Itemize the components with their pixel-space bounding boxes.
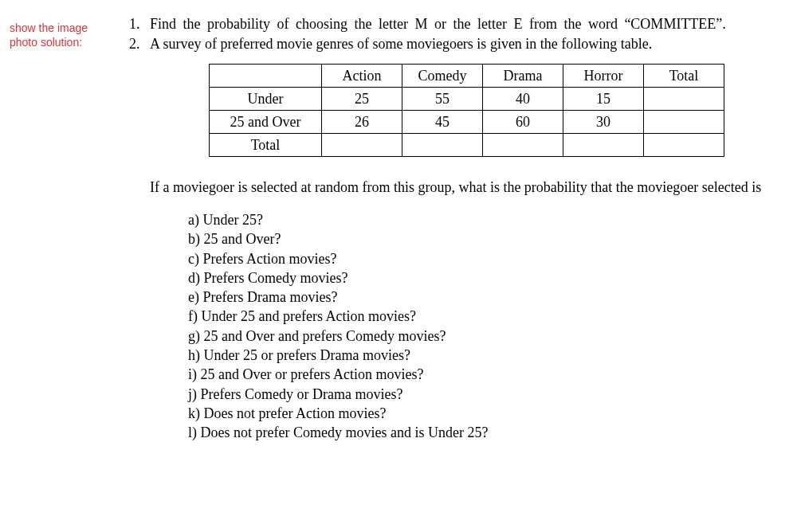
problem-2: A survey of preferred movie genres of so… (143, 36, 783, 443)
survey-table: Action Comedy Drama Horror Total Under 2… (209, 64, 724, 157)
option-i: i) 25 and Over or prefers Action movies? (188, 365, 783, 384)
row-label-25over: 25 and Over (210, 111, 322, 134)
table-row: 25 and Over 26 45 60 30 (210, 111, 724, 134)
option-c: c) Prefers Action movies? (188, 249, 783, 268)
cell (322, 134, 402, 157)
table-header-comedy: Comedy (402, 65, 483, 88)
cell: 60 (483, 111, 563, 134)
table-header-drama: Drama (483, 65, 563, 88)
cell (402, 134, 483, 157)
table-header-horror: Horror (563, 65, 644, 88)
option-l: l) Does not prefer Comedy movies and is … (188, 423, 783, 442)
cell (644, 134, 724, 157)
problem-2-intro: A survey of preferred movie genres of so… (150, 36, 783, 53)
option-j: j) Prefers Comedy or Drama movies? (188, 385, 783, 404)
problem-content: Find the probability of choosing the let… (121, 16, 783, 446)
option-a: a) Under 25? (188, 210, 783, 229)
table-row: Total (210, 134, 724, 157)
table-row: Under 25 55 40 15 (210, 88, 724, 111)
option-d: d) Prefers Comedy movies? (188, 268, 783, 288)
cell: 26 (322, 111, 402, 134)
problem-list: Find the probability of choosing the let… (121, 16, 783, 443)
cell: 25 (322, 88, 402, 111)
row-label-under: Under (210, 88, 322, 111)
table-header-action: Action (322, 65, 402, 88)
problem-1-text: Find the probability of choosing the let… (150, 16, 783, 33)
problem-2-subquestion: If a moviegoer is selected at random fro… (150, 179, 783, 196)
annotation-line-1: show the image (10, 21, 121, 35)
annotation-line-2: photo solution: (10, 35, 121, 49)
cell (644, 88, 724, 111)
table-header-row: Action Comedy Drama Horror Total (210, 65, 724, 88)
option-b: b) 25 and Over? (188, 229, 783, 248)
table-header-blank (210, 65, 322, 88)
cell (644, 111, 724, 134)
cell (483, 134, 563, 157)
cell: 40 (483, 88, 563, 111)
options-list: a) Under 25? b) 25 and Over? c) Prefers … (188, 210, 783, 443)
problem-1: Find the probability of choosing the let… (143, 16, 783, 33)
option-g: g) 25 and Over and prefers Comedy movies… (188, 327, 783, 346)
table-header-total: Total (644, 65, 724, 88)
cell: 55 (402, 88, 483, 111)
option-h: h) Under 25 or prefers Drama movies? (188, 346, 783, 365)
annotation-label: show the image photo solution: (10, 16, 121, 49)
cell: 15 (563, 88, 644, 111)
row-label-total: Total (210, 134, 322, 157)
cell: 30 (563, 111, 644, 134)
option-f: f) Under 25 and prefers Action movies? (188, 307, 783, 326)
option-e: e) Prefers Drama movies? (188, 288, 783, 307)
cell: 45 (402, 111, 483, 134)
cell (563, 134, 644, 157)
option-k: k) Does not prefer Action movies? (188, 404, 783, 423)
